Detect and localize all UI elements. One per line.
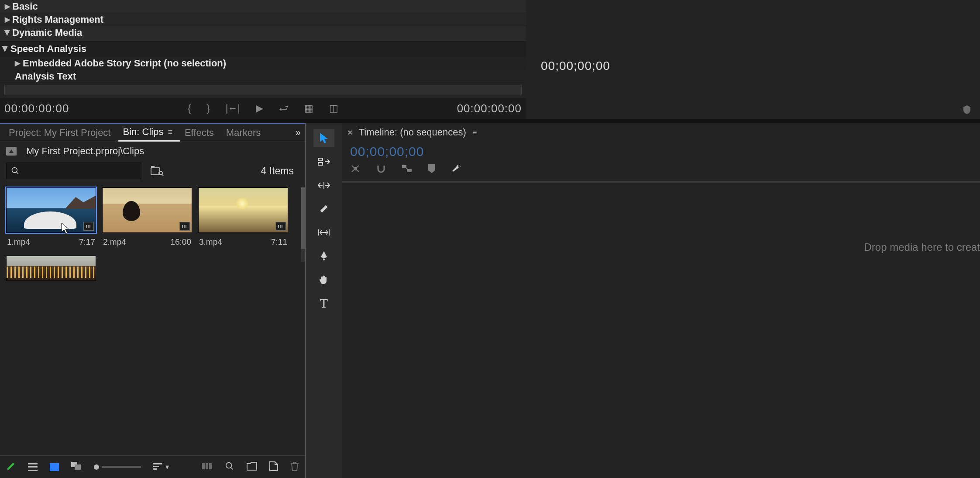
svg-rect-6 — [75, 464, 81, 470]
sort-button[interactable]: ▾ — [153, 463, 169, 471]
overwrite-button[interactable]: ▦ — [304, 103, 313, 114]
speech-analysis-row[interactable]: ▶ Speech Analysis — [0, 41, 526, 57]
tab-markers-label: Markers — [226, 127, 261, 139]
tab-project-label: Project: My First Project — [9, 127, 110, 139]
metadata-basic-label: Basic — [12, 1, 38, 12]
panel-menu-icon[interactable]: ≡ — [168, 128, 172, 137]
folder-icon — [247, 462, 257, 471]
timeline-settings-button[interactable] — [451, 163, 462, 177]
metadata-rights-row[interactable]: ▶ Rights Management — [0, 13, 526, 26]
clip-name-1: 1.mp4 — [7, 237, 30, 247]
chevron-right-icon: ▶ — [3, 2, 12, 10]
type-tool[interactable]: T — [313, 294, 334, 312]
sort-lines-icon — [153, 463, 162, 471]
breadcrumb-path: My First Project.prproj\Clips — [26, 145, 144, 157]
thumbnail-size-slider[interactable] — [94, 464, 141, 470]
tab-effects[interactable]: Effects — [180, 125, 222, 141]
clip-item-3[interactable]: 3.mp4 7:11 — [198, 187, 288, 247]
tab-project[interactable]: Project: My First Project — [4, 125, 118, 141]
add-marker-button[interactable] — [428, 164, 436, 176]
chevron-right-icon: ▶ — [3, 15, 12, 24]
delete-button[interactable] — [290, 461, 299, 473]
play-button[interactable]: ▶ — [256, 103, 263, 114]
new-item-button[interactable] — [269, 461, 278, 473]
timeline-divider — [342, 181, 980, 183]
linked-selection-button[interactable] — [402, 164, 412, 176]
chevron-down-icon: ▾ — [165, 463, 169, 471]
razor-tool[interactable] — [313, 200, 334, 218]
mark-in-button[interactable]: { — [188, 103, 191, 114]
tab-markers[interactable]: Markers — [222, 125, 268, 141]
slider-knob[interactable] — [94, 464, 99, 470]
hand-tool[interactable] — [313, 271, 334, 288]
go-to-in-button[interactable]: |←| — [226, 103, 240, 114]
app-root: ▶ Basic ▶ Rights Management ▶ Dynamic Me… — [0, 0, 980, 478]
svg-point-0 — [12, 168, 17, 173]
clip-duration-1: 7:17 — [79, 237, 95, 247]
embedded-story-label: Embedded Adobe Story Script (no selectio… — [23, 58, 226, 69]
svg-rect-15 — [320, 205, 328, 213]
ripple-edit-tool[interactable] — [313, 177, 334, 194]
project-toolbar: ▾ — [0, 455, 305, 478]
pencil-icon[interactable] — [6, 461, 16, 473]
timeline-close-button[interactable]: × — [347, 128, 353, 138]
project-breadcrumb: My First Project.prproj\Clips — [0, 142, 305, 160]
embedded-story-row[interactable]: ▶ Embedded Adobe Story Script (no select… — [0, 57, 526, 70]
analysis-text-field[interactable] — [4, 85, 522, 95]
panel-divider[interactable] — [0, 119, 980, 123]
metadata-dynamic-row[interactable]: ▶ Dynamic Media — [0, 26, 526, 39]
insert-as-nest-button[interactable] — [350, 164, 361, 176]
slider-track — [102, 466, 141, 468]
timeline-title: Timeline: (no sequences) — [359, 127, 466, 138]
panel-menu-icon[interactable]: ≡ — [472, 128, 477, 137]
scrollbar-vertical[interactable] — [301, 187, 305, 262]
snap-button[interactable] — [376, 164, 386, 176]
clip-item-4[interactable] — [6, 256, 96, 281]
icon-view-button[interactable] — [50, 463, 59, 471]
new-bin-button[interactable] — [247, 462, 257, 472]
new-search-bin-button[interactable] — [149, 164, 165, 178]
metadata-and-source: ▶ Basic ▶ Rights Management ▶ Dynamic Me… — [0, 0, 526, 119]
metadata-panel: ▶ Basic ▶ Rights Management ▶ Dynamic Me… — [0, 0, 526, 41]
clip-label-1: 1.mp4 7:17 — [6, 233, 96, 247]
insert-button[interactable]: ⮐ — [279, 103, 289, 114]
folder-up-button[interactable] — [6, 147, 17, 156]
transport-controls: { } |←| ▶ ⮐ ▦ ◫ — [188, 103, 338, 114]
type-tool-icon: T — [320, 296, 328, 311]
thumbnail-scenery — [7, 267, 96, 278]
source-timecode-right[interactable]: 00:00:00:00 — [457, 102, 522, 115]
speech-analysis-label: Speech Analysis — [10, 43, 86, 55]
automate-to-sequence-button[interactable] — [202, 462, 213, 472]
find-button[interactable] — [225, 461, 234, 473]
slip-tool[interactable] — [313, 224, 334, 241]
clip-thumbnail-4[interactable] — [6, 256, 96, 281]
clip-thumbnail-1[interactable] — [6, 187, 96, 233]
timeline-drop-hint: Drop media here to creat — [864, 241, 980, 253]
safe-margins-icon[interactable] — [963, 105, 971, 116]
export-frame-button[interactable]: ◫ — [329, 103, 338, 114]
project-tabs: Project: My First Project Bin: Clips ≡ E… — [0, 124, 305, 142]
freeform-view-button[interactable] — [71, 462, 82, 472]
metadata-basic-row[interactable]: ▶ Basic — [0, 0, 526, 13]
clip-item-2[interactable]: 2.mp4 16:00 — [102, 187, 192, 247]
svg-rect-13 — [318, 163, 323, 165]
mark-out-button[interactable]: } — [206, 103, 210, 114]
tab-bin-clips[interactable]: Bin: Clips ≡ — [118, 124, 180, 142]
search-input[interactable] — [6, 163, 141, 179]
clip-item-1[interactable]: 1.mp4 7:17 — [6, 187, 96, 247]
selection-tool[interactable] — [313, 129, 334, 147]
program-timecode[interactable]: 00;00;00;00 — [526, 59, 980, 73]
search-field[interactable] — [23, 166, 137, 176]
overflow-chevrons-icon[interactable]: » — [296, 127, 301, 139]
track-select-tool[interactable] — [313, 153, 334, 170]
list-view-button[interactable] — [28, 463, 38, 471]
clip-duration-2: 16:00 — [170, 237, 191, 247]
scrollbar-thumb[interactable] — [301, 187, 305, 249]
clip-thumbnail-3[interactable] — [198, 187, 288, 233]
timeline-timecode[interactable]: 00;00;00;00 — [342, 142, 980, 163]
clip-thumbnail-2[interactable] — [102, 187, 192, 233]
tools-panel: T — [306, 123, 342, 478]
pen-tool[interactable] — [313, 247, 334, 265]
video-badge-icon — [83, 222, 94, 231]
source-timecode-left[interactable]: 00:00:00:00 — [4, 102, 69, 115]
